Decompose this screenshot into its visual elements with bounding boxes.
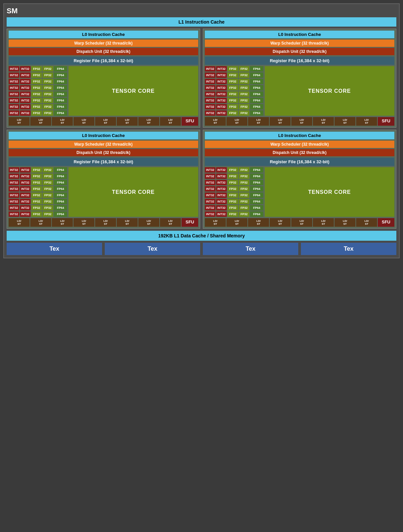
int32-cell: INT32 [216, 98, 227, 103]
fp32-cell: FP32 [239, 98, 249, 103]
int32-cell: INT32 [205, 193, 215, 198]
fp32-cell: FP32 [43, 180, 53, 185]
int32-cell: INT32 [205, 205, 215, 210]
ld-st-cell: LD/ST [52, 117, 73, 126]
ld-st-cell: LD/ST [248, 117, 269, 126]
fp32-cell: FP32 [31, 186, 42, 192]
fp32-cell: FP32 [43, 211, 53, 217]
left-compute-4: INT32 INT32 FP32 FP32 FP64 INT32 INT32 F… [205, 167, 263, 217]
int32-cell: INT32 [20, 91, 31, 97]
int32-cell: INT32 [20, 193, 31, 198]
fp32-cell: FP32 [43, 98, 53, 103]
dispatch-unit-1: Dispatch Unit (32 thread/clk) [9, 48, 198, 55]
int32-cell: INT32 [20, 110, 31, 116]
compute-row: INT32 INT32 FP32 FP32 FP64 [9, 180, 67, 185]
int32-cell: INT32 [205, 180, 215, 185]
fp64-cell: FP64 [54, 180, 67, 185]
int32-cell: INT32 [20, 180, 31, 185]
l1-instruction-cache: L1 Instruction Cache [7, 17, 396, 27]
ld-st-cell: LD/ST [160, 117, 181, 126]
fp64-cell: FP64 [250, 79, 263, 84]
ld-st-cell: LD/ST [356, 117, 377, 126]
fp32-cell: FP32 [31, 91, 42, 97]
ld-st-cell: LD/ST [138, 218, 159, 227]
fp64-cell: FP64 [54, 66, 67, 71]
fp64-cell: FP64 [250, 110, 263, 116]
fp32-cell: FP32 [239, 199, 249, 204]
fp64-cell: FP64 [250, 66, 263, 71]
fp64-cell: FP64 [54, 186, 67, 192]
compute-row: INT32 INT32 FP32 FP32 FP64 [9, 193, 67, 198]
int32-cell: INT32 [20, 66, 31, 71]
compute-row: INT32 INT32 FP32 FP32 FP64 [9, 167, 67, 173]
dispatch-unit-3: Dispatch Unit (32 thread/clk) [9, 149, 198, 156]
left-compute-1: INT32 INT32 FP32 FP32 FP64 INT32 INT32 F… [9, 66, 67, 116]
fp32-cell: FP32 [227, 174, 238, 179]
fp32-cell: FP32 [239, 91, 249, 97]
l0-cache-3: L0 Instruction Cache [9, 132, 198, 139]
sfu-cell-2: SFU [378, 117, 394, 126]
compute-row: INT32 INT32 FP32 FP32 FP64 [205, 85, 263, 90]
fp32-cell: FP32 [43, 199, 53, 204]
fp32-cell: FP32 [31, 72, 42, 78]
fp32-cell: FP32 [43, 174, 53, 179]
fp32-cell: FP32 [227, 66, 238, 71]
fp32-cell: FP32 [239, 104, 249, 109]
compute-row: INT32 INT32 FP32 FP32 FP64 [9, 199, 67, 204]
compute-row: INT32 INT32 FP32 FP32 FP64 [205, 167, 263, 173]
int32-cell: INT32 [9, 211, 19, 217]
fp32-cell: FP32 [43, 186, 53, 192]
fp64-cell: FP64 [54, 72, 67, 78]
tensor-core-1: TENSOR CORE [68, 66, 198, 116]
fp32-cell: FP32 [31, 193, 42, 198]
fp64-cell: FP64 [54, 110, 67, 116]
compute-row: INT32 INT32 FP32 FP32 FP64 [9, 98, 67, 103]
ld-st-cell: LD/ST [30, 117, 51, 126]
compute-row: INT32 INT32 FP32 FP32 FP64 [205, 186, 263, 192]
ld-st-cell: LD/ST [248, 218, 269, 227]
fp32-cell: FP32 [227, 72, 238, 78]
int32-cell: INT32 [205, 110, 215, 116]
fp32-cell: FP32 [239, 79, 249, 84]
left-compute-3: INT32 INT32 FP32 FP32 FP64 INT32 INT32 F… [9, 167, 67, 217]
register-file-3: Register File (16,384 x 32-bit) [9, 158, 198, 166]
fp32-cell: FP32 [239, 110, 249, 116]
int32-cell: INT32 [205, 174, 215, 179]
fp32-cell: FP32 [227, 186, 238, 192]
ld-st-cell: LD/ST [52, 218, 73, 227]
ld-st-cell: LD/ST [205, 218, 226, 227]
fp32-cell: FP32 [227, 110, 238, 116]
int32-cell: INT32 [9, 79, 19, 84]
tensor-core-4: TENSOR CORE [265, 167, 394, 217]
register-file-2: Register File (16,384 x 32-bit) [205, 57, 394, 65]
compute-area-3: INT32 INT32 FP32 FP32 FP64 INT32 INT32 F… [9, 167, 198, 217]
compute-row: INT32 INT32 FP32 FP32 FP64 [9, 211, 67, 217]
fp64-cell: FP64 [250, 104, 263, 109]
int32-cell: INT32 [205, 104, 215, 109]
fp32-cell: FP32 [239, 211, 249, 217]
fp32-cell: FP32 [239, 180, 249, 185]
fp64-cell: FP64 [54, 211, 67, 217]
fp64-cell: FP64 [250, 98, 263, 103]
fp32-cell: FP32 [31, 98, 42, 103]
fp32-cell: FP32 [227, 98, 238, 103]
int32-cell: INT32 [9, 186, 19, 192]
ld-st-cell: LD/ST [313, 117, 334, 126]
ld-st-cell: LD/ST [313, 218, 334, 227]
fp64-cell: FP64 [54, 205, 67, 210]
fp64-cell: FP64 [250, 72, 263, 78]
int32-cell: INT32 [205, 211, 215, 217]
fp64-cell: FP64 [250, 85, 263, 90]
ld-st-cell: LD/ST [205, 117, 226, 126]
fp32-cell: FP32 [239, 186, 249, 192]
compute-row: INT32 INT32 FP32 FP32 FP64 [9, 186, 67, 192]
fp64-cell: FP64 [250, 180, 263, 185]
fp32-cell: FP32 [43, 167, 53, 173]
sfu-cell-1: SFU [182, 117, 198, 126]
fp64-cell: FP64 [250, 167, 263, 173]
fp32-cell: FP32 [31, 180, 42, 185]
fp32-cell: FP32 [43, 79, 53, 84]
sub-partition-2: L0 Instruction Cache Warp Scheduler (32 … [203, 29, 396, 128]
bottom-row-3: LD/ST LD/ST LD/ST LD/ST LD/ST LD/ST LD/S… [9, 218, 198, 227]
int32-cell: INT32 [205, 186, 215, 192]
